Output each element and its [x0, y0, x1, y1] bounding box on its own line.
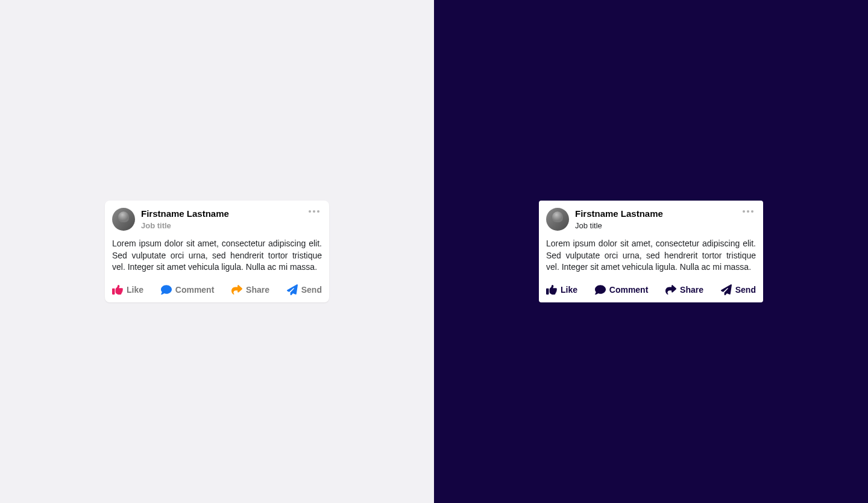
- comment-label: Comment: [609, 285, 649, 295]
- comment-button[interactable]: Comment: [161, 284, 215, 295]
- paper-plane-icon: [287, 284, 298, 295]
- post-card-dark: Firstname Lastname Job title Lorem ipsum…: [539, 201, 763, 302]
- comment-label: Comment: [175, 285, 215, 295]
- share-label: Share: [246, 285, 269, 295]
- send-button[interactable]: Send: [287, 284, 322, 295]
- author-name[interactable]: Firstname Lastname: [575, 208, 734, 220]
- share-button[interactable]: Share: [665, 284, 703, 295]
- avatar[interactable]: [546, 208, 569, 231]
- avatar[interactable]: [112, 208, 135, 231]
- more-menu-button[interactable]: [306, 208, 322, 215]
- header-text: Firstname Lastname Job title: [575, 208, 734, 230]
- dot-icon: [747, 210, 749, 213]
- card-header: Firstname Lastname Job title: [112, 208, 322, 231]
- comment-icon: [595, 284, 606, 295]
- post-body: Lorem ipsum dolor sit amet, consectetur …: [546, 238, 756, 273]
- dot-icon: [317, 210, 319, 213]
- author-subtitle: Job title: [575, 221, 734, 230]
- like-button[interactable]: Like: [112, 284, 143, 295]
- card-actions: Like Comment Share Send: [546, 284, 756, 295]
- dark-panel: Firstname Lastname Job title Lorem ipsum…: [434, 0, 868, 503]
- comment-icon: [161, 284, 172, 295]
- author-name[interactable]: Firstname Lastname: [141, 208, 300, 220]
- card-actions: Like Comment Share Send: [112, 284, 322, 295]
- send-label: Send: [735, 285, 756, 295]
- dot-icon: [309, 210, 311, 213]
- thumbs-up-icon: [112, 284, 123, 295]
- card-header: Firstname Lastname Job title: [546, 208, 756, 231]
- send-label: Send: [301, 285, 322, 295]
- like-label: Like: [561, 285, 577, 295]
- like-label: Like: [127, 285, 143, 295]
- dot-icon: [313, 210, 315, 213]
- thumbs-up-icon: [546, 284, 557, 295]
- share-icon: [665, 284, 676, 295]
- dot-icon: [751, 210, 753, 213]
- share-label: Share: [680, 285, 703, 295]
- post-body: Lorem ipsum dolor sit amet, consectetur …: [112, 238, 322, 273]
- share-button[interactable]: Share: [231, 284, 269, 295]
- paper-plane-icon: [721, 284, 732, 295]
- like-button[interactable]: Like: [546, 284, 577, 295]
- share-icon: [231, 284, 242, 295]
- more-menu-button[interactable]: [740, 208, 756, 215]
- send-button[interactable]: Send: [721, 284, 756, 295]
- author-subtitle: Job title: [141, 221, 300, 230]
- header-text: Firstname Lastname Job title: [141, 208, 300, 230]
- dot-icon: [743, 210, 745, 213]
- light-panel: Firstname Lastname Job title Lorem ipsum…: [0, 0, 434, 503]
- post-card-light: Firstname Lastname Job title Lorem ipsum…: [105, 201, 329, 302]
- comment-button[interactable]: Comment: [595, 284, 649, 295]
